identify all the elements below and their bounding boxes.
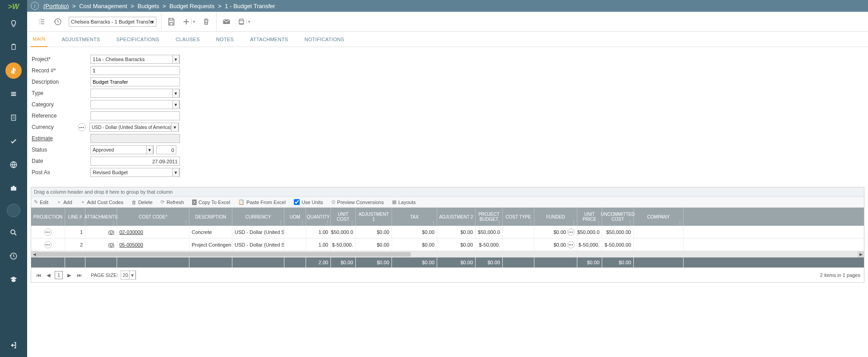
col-uncommitted[interactable]: UNCOMMITTED COST⋮ <box>602 208 634 226</box>
col-unit-price[interactable]: UNIT PRICE⋮ <box>577 208 602 226</box>
tab-notifications[interactable]: NOTIFICATIONS <box>302 32 346 47</box>
add-icon[interactable]: ▾ <box>182 16 195 27</box>
currency-more-icon[interactable]: ••• <box>78 123 86 131</box>
status-select[interactable]: Approved▾ <box>90 145 154 154</box>
col-tax[interactable]: TAX⋮ <box>392 208 437 226</box>
sidebar-building-icon[interactable] <box>5 109 22 126</box>
info-icon[interactable]: i <box>31 2 39 10</box>
grid-header: PROJECTION⋮ LINE # ATTACHMENTS⋮ COST COD… <box>31 208 864 226</box>
sidebar-ideas-icon[interactable] <box>5 15 22 32</box>
pager-prev-icon[interactable]: ◀ <box>45 271 52 279</box>
record-input[interactable] <box>90 66 180 75</box>
grid-group-drop[interactable]: Drag a column header and drop it here to… <box>31 187 864 197</box>
col-uom[interactable]: UOM⋮ <box>284 208 306 226</box>
col-line[interactable]: LINE # <box>65 208 85 226</box>
tab-main[interactable]: MAIN <box>31 32 47 47</box>
category-select[interactable]: ▾ <box>90 100 180 109</box>
col-company[interactable]: COMPANY⋮ <box>634 208 684 226</box>
sidebar-clipboard-icon[interactable] <box>5 39 22 55</box>
project-select[interactable]: 11a - Chelsea Barracks▾ <box>90 55 180 64</box>
col-funded[interactable]: FUNDED⋮ <box>534 208 577 226</box>
grid-delete-button[interactable]: 🗑Delete <box>132 200 153 205</box>
col-projection[interactable]: PROJECTION⋮ <box>31 208 65 226</box>
col-quantity[interactable]: QUANTITY⋮ <box>306 208 331 226</box>
pager-last-icon[interactable]: ⏭ <box>75 271 83 279</box>
sidebar-stack-icon[interactable] <box>5 86 22 102</box>
fund-more-icon[interactable]: ••• <box>567 228 575 236</box>
postas-select[interactable]: Revised Budget▾ <box>90 168 180 177</box>
type-select[interactable]: ▾ <box>90 89 180 98</box>
sidebar-graduate-icon[interactable] <box>5 271 22 288</box>
grid-edit-button[interactable]: ✎Edit <box>34 199 48 205</box>
description-input[interactable] <box>90 77 180 86</box>
grid-hscroll[interactable]: ◀▶ <box>31 251 864 257</box>
row-menu-icon[interactable]: ••• <box>44 228 52 236</box>
breadcrumb-item[interactable]: Cost Management <box>79 3 127 10</box>
sidebar-check-icon[interactable] <box>5 133 22 149</box>
table-row[interactable]: ••• 2 (0) 05-005000 Project Contingen US… <box>31 238 864 251</box>
status-number[interactable]: 0 <box>156 145 176 154</box>
cell-ucost: $-50,000. <box>331 238 356 251</box>
sidebar-cost-icon[interactable] <box>5 62 22 79</box>
save-icon[interactable] <box>166 16 177 27</box>
user-avatar[interactable] <box>7 204 20 217</box>
cell-code[interactable]: 05-005000 <box>117 238 189 251</box>
cell-att[interactable]: (0) <box>85 226 117 238</box>
grid-use-units-checkbox[interactable]: Use Units <box>294 199 323 205</box>
tab-specifications[interactable]: SPECIFICATIONS <box>114 32 161 47</box>
row-menu-icon[interactable]: ••• <box>44 241 52 248</box>
breadcrumb-root[interactable]: (Portfolio) <box>43 3 69 10</box>
sidebar-globe-icon[interactable] <box>5 157 22 173</box>
record-selector[interactable]: Chelsea Barracks - 1 Budget Transfer ▾ <box>69 17 156 27</box>
date-input[interactable]: 27-09-2011 <box>90 157 180 166</box>
grid-paste-excel-button[interactable]: 📋Paste From Excel <box>238 199 286 205</box>
col-adj1[interactable]: ADJUSTMENT 1 <box>356 208 392 226</box>
email-icon[interactable] <box>221 16 232 27</box>
cell-uncom: $-50,000.00 <box>602 238 634 251</box>
delete-icon[interactable] <box>201 16 212 27</box>
col-unit-cost[interactable]: UNIT COST⋮ <box>331 208 356 226</box>
col-cost-code[interactable]: COST CODE*⋮ <box>117 208 189 226</box>
sidebar-logout-icon[interactable] <box>5 337 22 353</box>
pager-first-icon[interactable]: ⏮ <box>35 271 42 279</box>
grid-add-codes-button[interactable]: ＋Add Cost Codes <box>80 199 123 205</box>
cell-att[interactable]: (0) <box>85 238 117 251</box>
col-currency[interactable]: CURRENCY⋮ <box>232 208 284 226</box>
sidebar-search-icon[interactable] <box>5 224 22 241</box>
breadcrumb-item[interactable]: Budgets <box>137 3 159 10</box>
pager-page[interactable]: 1 <box>55 271 63 279</box>
col-proj-budget[interactable]: PROJECT BUDGET⋮ <box>476 208 503 226</box>
grid-add-button[interactable]: ＋Add <box>57 199 72 205</box>
svg-point-6 <box>11 230 15 234</box>
estimate-label[interactable]: Estimate <box>32 135 90 142</box>
tab-adjustments[interactable]: ADJUSTMENTS <box>60 32 102 47</box>
reference-input[interactable] <box>90 111 180 120</box>
sidebar-history-icon[interactable] <box>5 248 22 264</box>
grid-refresh-button[interactable]: ⟳Refresh <box>160 199 184 205</box>
grid-preview-button[interactable]: ⊙Preview Conversions <box>331 199 384 205</box>
cell-adj2: $0.00 <box>437 226 476 238</box>
cell-code[interactable]: 02-030000 <box>117 226 189 238</box>
tab-attachments[interactable]: ATTACHMENTS <box>248 32 290 47</box>
fund-more-icon[interactable]: ••• <box>567 241 575 248</box>
col-attachments[interactable]: ATTACHMENTS⋮ <box>85 208 117 226</box>
page-size-select[interactable]: 20▾ <box>121 271 136 280</box>
list-icon[interactable] <box>36 16 47 27</box>
currency-select[interactable]: USD - Dollar (United States of America)▾ <box>90 123 179 132</box>
cell-uprice: $50,000.0 <box>577 226 602 238</box>
tab-notes[interactable]: NOTES <box>214 32 236 47</box>
history-icon[interactable] <box>52 16 63 27</box>
col-description[interactable]: DESCRIPTION <box>189 208 232 226</box>
pager-next-icon[interactable]: ▶ <box>66 271 73 279</box>
grid-copy-excel-button[interactable]: XCopy To Excel <box>192 200 230 205</box>
table-row[interactable]: ••• 1 (0) 02-030000 Concrete USD - Dolla… <box>31 226 864 238</box>
svg-rect-3 <box>11 95 16 96</box>
breadcrumb-item[interactable]: Budget Requests <box>170 3 215 10</box>
col-adj2[interactable]: ADJUSTMENT 2 <box>437 208 476 226</box>
tab-clauses[interactable]: CLAUSES <box>174 32 201 47</box>
col-cost-type[interactable]: COST TYPE⋮ <box>503 208 534 226</box>
sidebar-briefcase-icon[interactable] <box>5 180 22 196</box>
print-icon[interactable]: ▾ <box>237 16 250 27</box>
left-sidebar: >W <box>0 0 27 357</box>
grid-layouts-button[interactable]: ▦Layouts <box>392 199 416 205</box>
